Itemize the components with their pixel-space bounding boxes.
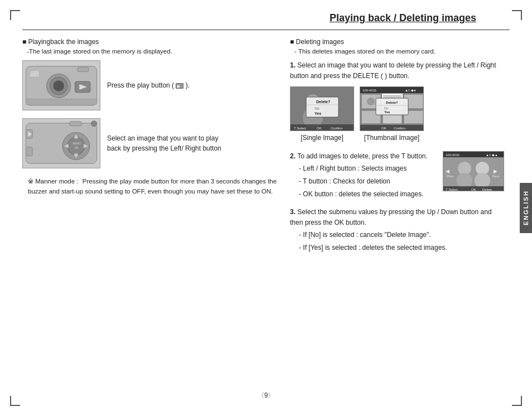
svg-text:OK: OK (317, 127, 322, 130)
svg-text:▲1 ◆▲: ▲1 ◆▲ (486, 153, 498, 157)
manner-note: ※ Manner mode : Pressing the play mode b… (22, 176, 279, 197)
page-title: Playing back / Deleting images (22, 0, 510, 30)
step2-bullet-2: - T button : Checks for deletion (299, 176, 437, 187)
step-1: 1. Select an image that you want to dele… (290, 60, 504, 146)
step2-bullet-1: - Left / Right button : Selects images (299, 163, 437, 174)
svg-text:100-0031: 100-0031 (446, 153, 460, 157)
left-column: Playingback the images -The last image s… (22, 38, 279, 259)
step1-text: 1. Select an image that you want to dele… (290, 60, 504, 81)
single-image-container: Delete? No Yes T Select OK Confirm [Sing… (290, 86, 354, 146)
step2-main-text: 2. To add images to delete, press the T … (290, 151, 437, 162)
svg-rect-4 (30, 71, 40, 78)
playback-subtext: -The last image stored on the memory is … (27, 48, 279, 55)
right-column: Deleting images - This deletes images st… (290, 38, 504, 259)
svg-rect-7 (78, 67, 89, 72)
svg-text:Delete?: Delete? (316, 100, 330, 104)
note-symbol: ※ Manner mode : (28, 178, 80, 185)
step-2: 2. To add images to delete, press the T … (290, 151, 504, 201)
svg-text:OK: OK (74, 147, 79, 149)
svg-text:Delete?: Delete? (386, 101, 398, 104)
svg-text:Confirm: Confirm (394, 127, 405, 130)
step3-main-text: 3. Select the submenu values by pressing… (290, 207, 504, 228)
select-instruction-row: MENU OK Select a (22, 118, 279, 168)
step2-bullets: - Left / Right button : Selects images -… (299, 163, 437, 199)
svg-point-64 (475, 173, 490, 188)
play-text: Press the play button ( ). (107, 80, 190, 90)
svg-text:No: No (315, 107, 320, 110)
svg-rect-21 (70, 122, 82, 126)
svg-text:Delete: Delete (482, 188, 492, 191)
thumbnail-image-screen: 100-0031 ▲1 ◆● (360, 86, 424, 131)
delete-screens-row: Delete? No Yes T Select OK Confirm [Sing… (290, 86, 504, 146)
step3-bullet-1: - If [No] is selected : cancels "Delete … (299, 230, 504, 240)
svg-point-3 (53, 80, 64, 91)
camera-image-1 (22, 60, 100, 110)
svg-text:100-0031: 100-0031 (362, 89, 377, 92)
svg-text:▲1 ◆●: ▲1 ◆● (405, 89, 416, 92)
svg-point-22 (91, 121, 97, 127)
select-text: Select an image that you want to play ba… (107, 133, 221, 153)
svg-text:Confirm: Confirm (331, 127, 342, 130)
svg-rect-20 (26, 147, 32, 156)
play-instruction-row: Press the play button ( ). (22, 60, 279, 110)
thumbnail-image-container: 100-0031 ▲1 ◆● (360, 86, 424, 146)
corner-mark-tl (10, 10, 20, 20)
corner-mark-br (512, 396, 522, 406)
step3-bullet-2: - If [Yes] is selected : deletes the sel… (299, 243, 504, 253)
single-image-screen: Delete? No Yes T Select OK Confirm (290, 86, 354, 131)
step2-text-area: 2. To add images to delete, press the T … (290, 151, 437, 201)
svg-rect-8 (26, 99, 96, 104)
svg-text:Yes: Yes (315, 112, 321, 115)
svg-text:Next: Next (492, 175, 500, 178)
svg-text:T Select: T Select (294, 127, 306, 130)
svg-text:▶: ▶ (494, 168, 497, 174)
camera-image-2: MENU OK (22, 118, 100, 168)
svg-text:MENU: MENU (73, 142, 81, 145)
svg-text:Yes: Yes (384, 110, 390, 114)
step2-bullet-3: - OK button : deletes the selected image… (299, 189, 437, 200)
svg-point-62 (457, 173, 472, 188)
svg-text:OK: OK (471, 188, 476, 191)
page-number: 〈9〉 (258, 391, 275, 400)
main-content: Playingback the images -The last image s… (0, 30, 532, 259)
svg-rect-53 (360, 125, 424, 131)
svg-point-41 (367, 98, 375, 105)
delete-subtext: - This deletes images stored on the memo… (294, 48, 504, 55)
single-image-label: [Single Image] (290, 133, 354, 143)
svg-text:OK: OK (381, 127, 386, 130)
svg-text:No: No (384, 107, 389, 110)
thumbnail-image-label: [Thumbnail Image] (360, 133, 424, 143)
svg-text:T Select: T Select (446, 188, 458, 191)
step2-screen-container: 100-0031 ▲1 ◆▲ ◀ Prev ▶ N (443, 151, 504, 191)
corner-mark-bl (10, 396, 20, 406)
step-3: 3. Select the submenu values by pressing… (290, 207, 504, 253)
step2-content: 2. To add images to delete, press the T … (290, 151, 504, 201)
delete-section-header: Deleting images (290, 38, 504, 46)
playback-section-header: Playingback the images (22, 38, 279, 46)
language-tab: ENGLISH (520, 183, 532, 233)
svg-text:◀: ◀ (446, 168, 449, 174)
step3-bullets: - If [No] is selected : cancels "Delete … (299, 230, 504, 253)
step2-screen-image: 100-0031 ▲1 ◆▲ ◀ Prev ▶ N (443, 151, 504, 191)
language-label: ENGLISH (523, 191, 529, 226)
corner-mark-tr (512, 10, 522, 20)
svg-text:Prev: Prev (447, 175, 453, 178)
